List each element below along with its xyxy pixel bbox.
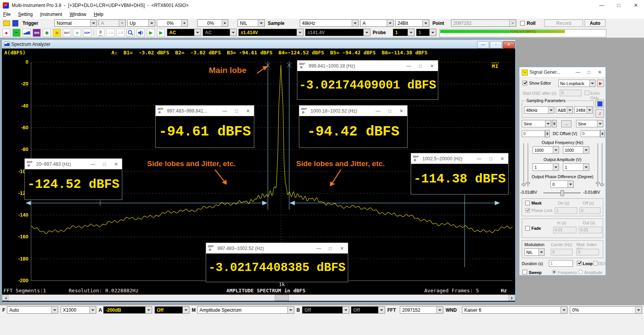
chevron-down-icon[interactable] — [635, 307, 642, 313]
chevron-down-icon[interactable] — [352, 20, 358, 26]
dc-offset-a-input[interactable]: 0 — [522, 130, 545, 137]
ddp-window-high-band[interactable]: DDP⊕ 1002.5~20000 (Hz) —□✕ -114.38 dBFS — [411, 153, 509, 194]
dc-b-spinner[interactable] — [600, 130, 605, 137]
chevron-down-icon[interactable] — [545, 120, 551, 127]
calibration-icon[interactable] — [127, 29, 135, 37]
chevron-down-icon[interactable] — [287, 307, 294, 313]
frequency-a-combo[interactable]: 1000 — [533, 146, 559, 154]
start-osc-input[interactable]: 0 — [560, 90, 582, 96]
dc-a-spinner[interactable] — [545, 130, 550, 137]
menu-setting[interactable]: Setting — [15, 11, 36, 18]
chevron-down-icon[interactable] — [408, 29, 414, 36]
b-range-combo[interactable]: Off — [302, 306, 349, 314]
chevron-down-icon[interactable] — [182, 307, 189, 313]
ddp-titlebar[interactable]: DDP⊕ 1000.18~1002.52 (Hz) —□✕ — [299, 106, 407, 116]
wave-b-combo[interactable]: Sine — [576, 120, 603, 127]
loopback-combo[interactable]: No Loopback — [558, 80, 595, 87]
chevron-down-icon[interactable] — [553, 147, 559, 153]
level-slider-b-outer[interactable] — [602, 143, 602, 187]
chevron-down-icon[interactable] — [90, 20, 97, 26]
minimize-icon[interactable]: — — [473, 156, 485, 161]
chevron-down-icon[interactable] — [194, 29, 201, 36]
spectrum-analyzer-icon[interactable]: ▃▅▇ — [23, 29, 31, 37]
ddp-window-low-band[interactable]: DDP⊕ 20~997.483 (Hz) —□✕ -124.52 dBFS — [24, 158, 122, 200]
mask-off-input[interactable]: 0 — [580, 207, 601, 214]
music-note-button[interactable]: ♫ — [595, 109, 604, 118]
chevron-down-icon[interactable] — [538, 249, 544, 255]
amplitude-a-combo[interactable]: 1 — [533, 163, 559, 171]
ddp-window-left-sideband[interactable]: DDP⊕ 997.483~999.841... —□✕ -94.61 dBFS — [155, 105, 254, 148]
range-a-combo[interactable]: ±1.414V — [238, 29, 304, 36]
maximize-icon[interactable]: □ — [231, 108, 242, 114]
coupling-a-combo[interactable]: AC — [167, 29, 201, 36]
close-icon[interactable]: ✕ — [242, 108, 254, 114]
sg-bits-combo[interactable]: 24Bit — [574, 106, 593, 114]
record-button[interactable]: Record — [544, 19, 583, 27]
balance-slider-thumb[interactable] — [561, 190, 564, 196]
oscilloscope-icon[interactable]: ● — [2, 29, 10, 37]
chevron-down-icon[interactable] — [587, 107, 592, 113]
chevron-down-icon[interactable] — [583, 147, 589, 153]
sweep-checkbox[interactable] — [522, 270, 527, 274]
fft-points-combo[interactable]: 2097152 — [400, 306, 443, 314]
phase-combo[interactable]: 0 — [550, 181, 574, 188]
scroll-right-icon[interactable] — [509, 295, 515, 301]
chevron-down-icon[interactable] — [148, 20, 155, 26]
wave-editor-button[interactable]: ... — [561, 120, 571, 127]
slider-handle[interactable] — [522, 184, 526, 186]
probe-a-combo[interactable]: 1 — [393, 29, 415, 36]
menu-file[interactable]: File — [0, 11, 14, 18]
chevron-down-icon[interactable] — [387, 20, 393, 26]
fade-checkbox[interactable] — [525, 226, 530, 231]
mask-checkbox[interactable] — [525, 201, 530, 205]
menu-instrument[interactable]: Instrument — [37, 11, 65, 18]
modulation-type-combo[interactable]: NIL — [524, 248, 545, 256]
bit-depth-combo[interactable]: 24Bit — [395, 19, 429, 27]
duration-input[interactable]: 1 — [549, 260, 573, 267]
slider-handle[interactable] — [600, 184, 604, 186]
data-logger-icon[interactable]: ≈ — [53, 29, 61, 37]
ddp-viewer-icon[interactable]: DDP — [83, 29, 91, 37]
auto-button[interactable]: Auto — [585, 19, 606, 27]
points-combo[interactable]: 2097152 — [451, 19, 516, 27]
a-range-combo[interactable]: -200dB — [103, 306, 152, 314]
wave-a-spinner[interactable] — [552, 120, 557, 127]
level-slider-a-inner[interactable] — [528, 143, 528, 187]
slider-handle[interactable] — [526, 182, 530, 184]
ddp-titlebar[interactable]: DDP⊕ 999.841~1000.18 (Hz) —□✕ — [297, 61, 438, 71]
b-ref-combo[interactable]: Off — [351, 306, 385, 314]
signal-generator-icon[interactable]: ~ — [12, 29, 21, 37]
trigger-level-spinner[interactable]: 0% — [157, 19, 188, 27]
level-slider-b-inner[interactable] — [597, 143, 598, 187]
run-icon[interactable]: ▶ — [147, 29, 155, 37]
dc-offset-b-input[interactable]: 0 — [581, 130, 600, 137]
chevron-down-icon[interactable] — [145, 307, 152, 313]
window-function-combo[interactable]: Kaiser 6 — [462, 306, 568, 314]
chevron-down-icon[interactable] — [436, 307, 443, 313]
ddp-window-right-sideband[interactable]: DDP⊕ 1000.18~1002.52 (Hz) —□✕ -94.42 dBF… — [299, 105, 408, 148]
close-icon[interactable]: ✕ — [595, 69, 604, 75]
maximize-icon[interactable]: □ — [325, 246, 336, 251]
start-generator-button[interactable]: ▶ — [597, 80, 604, 87]
wave-a-combo[interactable]: Sine — [522, 120, 551, 127]
hpf-combo[interactable]: NIL — [238, 19, 265, 27]
maximize-icon[interactable]: □ — [485, 156, 496, 161]
maximize-icon[interactable]: □ — [99, 161, 110, 167]
fade-in-input[interactable]: 0.01 — [553, 227, 576, 233]
spinner-arrows-icon[interactable] — [222, 20, 228, 26]
minimize-icon[interactable]: — — [313, 246, 325, 251]
spectrum-titlebar[interactable]: ▅▇ Spectrum Analyzer — ▫ ✕ — [2, 40, 515, 49]
display-mode-combo[interactable]: Amplitude Spectrum — [197, 306, 294, 314]
close-icon[interactable]: ✕ — [496, 156, 508, 161]
sg-channels-combo[interactable]: A&B — [556, 106, 573, 114]
minimize-icon[interactable]: — — [574, 69, 582, 75]
spectrum-plot-region[interactable]: A(dBFS) A: B1= -3.02 dBFS B2= -3.02 dBFS… — [2, 49, 515, 302]
ground-b-icon[interactable]: ⊥B — [116, 29, 125, 37]
close-icon[interactable]: ✕ — [336, 246, 348, 251]
multimeter-icon[interactable]: 888 — [33, 29, 41, 37]
mod-index-input[interactable]: 0 — [576, 249, 599, 255]
level-slider-a-outer[interactable] — [523, 143, 524, 187]
minimize-button[interactable]: — — [593, 0, 610, 11]
amplitude-b-combo[interactable]: 1 — [563, 163, 589, 171]
carrier-input[interactable]: 0 — [551, 249, 573, 255]
